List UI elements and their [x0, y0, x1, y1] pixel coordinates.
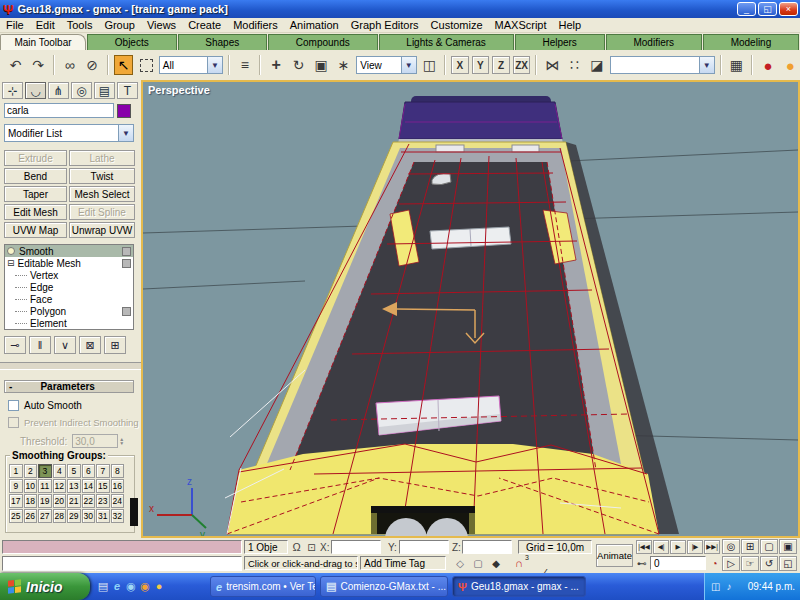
smoothing-group-17[interactable]: 17 — [9, 494, 23, 508]
select-and-move-icon[interactable]: + — [266, 55, 285, 75]
start-button[interactable]: Inicio — [0, 573, 90, 600]
restore-button[interactable]: ◱ — [758, 2, 777, 16]
pan-icon[interactable]: ☞ — [741, 556, 759, 571]
media-player-icon[interactable]: ◉ — [138, 579, 152, 593]
messenger-icon[interactable]: ◉ — [124, 579, 138, 593]
restrict-plane-button[interactable]: ZX — [513, 56, 531, 74]
taper-button[interactable]: Taper — [4, 186, 67, 202]
select-object-icon[interactable]: ↖ — [114, 55, 134, 75]
zoom-all-icon[interactable]: ⊞ — [741, 539, 759, 554]
make-unique-icon[interactable]: ∨ — [54, 336, 76, 354]
zoom-extents-icon[interactable]: ▢ — [760, 539, 778, 554]
smoothing-group-10[interactable]: 10 — [24, 479, 38, 493]
selection-filter-dropdown[interactable]: All▼ — [159, 56, 223, 74]
taskbar-item-trensim[interactable]: e trensim.com • Ver Te... — [210, 576, 316, 597]
select-and-scale-icon[interactable]: ▣ — [311, 55, 330, 75]
smoothing-group-7[interactable]: 7 — [96, 464, 110, 478]
hierarchy-panel-icon[interactable]: ⋔ — [48, 82, 69, 99]
select-by-name-icon[interactable]: ≡ — [235, 55, 254, 75]
network-icon[interactable]: ◫ — [711, 581, 720, 592]
tab-modifiers[interactable]: Modifiers — [606, 34, 702, 50]
render-icon[interactable]: ● — [781, 55, 800, 75]
bend-button[interactable]: Bend — [4, 168, 67, 184]
smoothing-group-1[interactable]: 1 — [9, 464, 23, 478]
add-time-tag[interactable]: Add Time Tag — [360, 556, 446, 570]
play-button[interactable]: ▶ — [670, 540, 686, 554]
smoothing-group-4[interactable]: 4 — [53, 464, 67, 478]
smoothing-group-11[interactable]: 11 — [38, 479, 52, 493]
material-navigator-icon[interactable]: ● — [758, 55, 777, 75]
titlebar[interactable]: Ψ Geu18.gmax - gmax - [trainz game pack]… — [0, 0, 800, 18]
snap-toggle-3d-icon[interactable]: ∩3 — [510, 556, 528, 570]
smoothing-group-24[interactable]: 24 — [111, 494, 125, 508]
unlink-selection-icon[interactable]: ⊘ — [82, 55, 101, 75]
smoothing-group-27[interactable]: 27 — [38, 509, 52, 523]
stack-item-element[interactable]: Element — [5, 317, 133, 329]
smoothing-group-21[interactable]: 21 — [67, 494, 81, 508]
menu-group[interactable]: Group — [98, 19, 141, 31]
tab-lights-cameras[interactable]: Lights & Cameras — [379, 34, 514, 50]
undo-icon[interactable]: ↶ — [6, 55, 25, 75]
expand-collapse-icon[interactable]: ⊟ — [7, 258, 15, 268]
smoothing-group-28[interactable]: 28 — [53, 509, 67, 523]
y-coordinate-field[interactable] — [399, 540, 449, 554]
volume-icon[interactable]: ♪ — [726, 581, 731, 592]
remove-modifier-icon[interactable]: ⊠ — [79, 336, 101, 354]
twist-button[interactable]: Twist — [69, 168, 135, 184]
unwrap-uvw-button[interactable]: Unwrap UVW — [69, 222, 135, 238]
menu-edit[interactable]: Edit — [30, 19, 61, 31]
smoothing-group-9[interactable]: 9 — [9, 479, 23, 493]
min-max-toggle-icon[interactable]: ◱ — [779, 556, 797, 571]
stack-item-smooth[interactable]: Smooth — [5, 245, 133, 257]
minimize-button[interactable]: _ — [737, 2, 756, 16]
restrict-y-button[interactable]: Y — [472, 56, 490, 74]
restrict-z-button[interactable]: Z — [492, 56, 510, 74]
animate-button[interactable]: Animate — [596, 544, 633, 567]
smoothing-group-3[interactable]: 3 — [38, 464, 52, 478]
redo-icon[interactable]: ↷ — [28, 55, 47, 75]
modifier-bulb-icon[interactable] — [7, 247, 15, 255]
absolute-offset-toggle-icon[interactable]: ⊡ — [305, 540, 318, 554]
modify-panel-icon[interactable]: ◡ — [25, 82, 46, 99]
arc-rotate-icon[interactable]: ↺ — [760, 556, 778, 571]
smoothing-group-15[interactable]: 15 — [96, 479, 110, 493]
restrict-x-button[interactable]: X — [451, 56, 469, 74]
named-selection-sets-icon[interactable]: ▦ — [727, 55, 746, 75]
menu-create[interactable]: Create — [182, 19, 227, 31]
viewport-label[interactable]: Perspective — [148, 84, 210, 96]
degradation-override-icon[interactable]: ◇ — [452, 556, 468, 570]
smoothing-group-23[interactable]: 23 — [96, 494, 110, 508]
menu-customize[interactable]: Customize — [425, 19, 489, 31]
chrome-icon[interactable]: ● — [152, 579, 166, 593]
uvw-map-button[interactable]: UVW Map — [4, 222, 67, 238]
tab-shapes[interactable]: Shapes — [178, 34, 268, 50]
smoothing-group-16[interactable]: 16 — [111, 479, 125, 493]
quick-launch-app-icon[interactable]: ▤ — [96, 579, 110, 593]
show-end-result-icon[interactable]: ‖ — [29, 336, 51, 354]
previous-frame-button[interactable]: ◀| — [653, 540, 669, 554]
align-icon[interactable]: ◪ — [587, 55, 606, 75]
go-to-end-button[interactable]: ▶▶| — [704, 540, 720, 554]
smoothing-group-13[interactable]: 13 — [67, 479, 81, 493]
object-name-field[interactable] — [4, 103, 114, 118]
smoothing-group-18[interactable]: 18 — [24, 494, 38, 508]
menu-animation[interactable]: Animation — [284, 19, 345, 31]
mesh-select-button[interactable]: Mesh Select — [69, 186, 135, 202]
menu-file[interactable]: File — [0, 19, 30, 31]
zoom-icon[interactable]: ◎ — [722, 539, 740, 554]
array-icon[interactable]: ∷ — [565, 55, 584, 75]
rectangular-selection-region-icon[interactable] — [136, 55, 155, 75]
pin-stack-icon[interactable]: ⊸ — [4, 336, 26, 354]
tab-compounds[interactable]: Compounds — [268, 34, 378, 50]
menu-help[interactable]: Help — [553, 19, 588, 31]
train-model[interactable] — [225, 96, 679, 536]
selection-region-mode-icon[interactable]: ▢ — [470, 556, 486, 570]
select-and-manipulate-icon[interactable]: ∗ — [334, 55, 353, 75]
display-panel-icon[interactable]: ▤ — [94, 82, 115, 99]
z-coordinate-field[interactable] — [462, 540, 512, 554]
go-to-start-button[interactable]: |◀◀ — [636, 540, 652, 554]
stack-item-face[interactable]: Face — [5, 293, 133, 305]
macro-recorder-field[interactable] — [2, 540, 242, 554]
smoothing-group-14[interactable]: 14 — [82, 479, 96, 493]
solid-cube-icon[interactable]: ◆ — [488, 556, 504, 570]
